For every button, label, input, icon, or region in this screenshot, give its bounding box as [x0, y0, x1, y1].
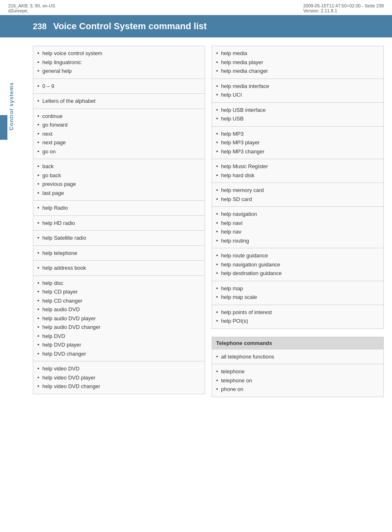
- list-item: help nav: [216, 227, 379, 236]
- list-item: help hard disk: [216, 171, 379, 180]
- cell-list: help Radio: [37, 204, 201, 213]
- list-item: telephone on: [216, 376, 379, 385]
- list-item: go forward: [37, 120, 201, 130]
- cell-list: help points of interesthelp POI(s): [216, 308, 379, 326]
- meta-left-line1: 216_AKB; 3; 90, en-US: [8, 3, 55, 8]
- cell: help HD radio: [33, 215, 205, 231]
- list-item: 0 – 9: [37, 82, 201, 91]
- cell: help dischelp CD playerhelp CD changerhe…: [33, 275, 205, 362]
- cell-list: help USB interfacehelp USB: [216, 106, 379, 123]
- list-item: help telephone: [37, 249, 201, 258]
- list-item: help audio DVD: [37, 305, 201, 314]
- list-item: help linguatronic: [37, 58, 201, 67]
- list-item: help points of interest: [216, 308, 379, 317]
- list-item: help destination guidance: [216, 269, 379, 278]
- cell: help Radio: [33, 200, 205, 216]
- list-item: last page: [37, 189, 201, 198]
- list-item: next page: [37, 138, 201, 147]
- list-item: continue: [37, 112, 201, 121]
- list-item: phone on: [216, 385, 379, 394]
- list-item: help media player: [216, 58, 379, 67]
- cell-list: help dischelp CD playerhelp CD changerhe…: [37, 279, 201, 359]
- list-item: help DVD changer: [37, 349, 201, 359]
- cell: telephonetelephone onphone on: [212, 364, 384, 397]
- list-item: help USB interface: [216, 106, 379, 115]
- cell: help points of interesthelp POI(s): [212, 305, 384, 329]
- header-meta: 216_AKB; 3; 90, en-US d2ureepe, 2009-05-…: [0, 0, 392, 15]
- cell-list: help Music Registerhelp hard disk: [216, 162, 379, 180]
- cell-list: help maphelp map scale: [216, 284, 379, 302]
- page-wrapper: 216_AKB; 3; 90, en-US d2ureepe, 2009-05-…: [0, 0, 392, 532]
- list-item: help media: [216, 49, 379, 58]
- cell-list: help media interfacehelp UCI: [216, 82, 379, 99]
- list-item: help map: [216, 284, 379, 293]
- list-item: help video DVD changer: [37, 382, 201, 391]
- list-item: help MP3: [216, 130, 379, 139]
- list-item: help voice control system: [37, 49, 201, 58]
- list-item: go on: [37, 147, 201, 156]
- cell-list: telephonetelephone onphone on: [216, 367, 379, 394]
- sidebar-label: Control systems: [8, 82, 14, 130]
- cell: help video DVDhelp video DVD playerhelp …: [33, 361, 205, 394]
- columns: help voice control systemhelp linguatron…: [33, 46, 384, 397]
- cell-list: 0 – 9: [37, 82, 201, 91]
- list-item: help disc: [37, 279, 201, 288]
- cell-list: help voice control systemhelp linguatron…: [37, 49, 201, 76]
- cell: help address book: [33, 260, 205, 276]
- cell: help memory cardhelp SD card: [212, 183, 384, 207]
- list-item: help CD changer: [37, 296, 201, 305]
- cell-list: help mediahelp media playerhelp media ch…: [216, 49, 379, 76]
- list-item: help video DVD player: [37, 373, 201, 382]
- list-item: help navi: [216, 219, 379, 228]
- list-item: help audio DVD changer: [37, 323, 201, 332]
- cell: help USB interfacehelp USB: [212, 102, 384, 127]
- cell-list: continuego forwardnextnext pagego on: [37, 112, 201, 156]
- list-item: go back: [37, 171, 201, 180]
- cell: backgo backprevious pagelast page: [33, 159, 205, 201]
- cell: help maphelp map scale: [212, 281, 384, 305]
- meta-right-line1: 2009-05-15T11:47:50+02:00 - Seite 238: [303, 3, 384, 8]
- list-item: help CD player: [37, 287, 201, 296]
- cell-list: help Satellite radio: [37, 234, 201, 243]
- cell: 0 – 9: [33, 79, 205, 94]
- meta-right-line2: Version: 2.11.8.1: [303, 8, 384, 13]
- sidebar-tab: [0, 115, 7, 140]
- list-item: help navigation: [216, 210, 379, 219]
- list-item: help POI(s): [216, 317, 379, 326]
- cell: help media interfacehelp UCI: [212, 79, 384, 103]
- section-header: Telephone commands: [212, 337, 384, 349]
- list-item: help MP3 player: [216, 138, 379, 147]
- cell: help telephone: [33, 245, 205, 261]
- list-item: help DVD: [37, 332, 201, 341]
- cell-list: help video DVDhelp video DVD playerhelp …: [37, 364, 201, 391]
- cell-list: help navigationhelp navihelp navhelp rou…: [216, 210, 379, 245]
- cell-list: help telephone: [37, 249, 201, 258]
- list-item: help media interface: [216, 82, 379, 91]
- list-item: help video DVD: [37, 364, 201, 373]
- cell: all telephone functions: [212, 349, 384, 365]
- page-title: Voice Control System command list: [53, 21, 207, 32]
- list-item: telephone: [216, 367, 379, 376]
- list-item: help Music Register: [216, 162, 379, 171]
- cell-list: help MP3help MP3 playerhelp MP3 changer: [216, 130, 379, 156]
- cell: help voice control systemhelp linguatron…: [33, 46, 205, 79]
- meta-right: 2009-05-15T11:47:50+02:00 - Seite 238 Ve…: [303, 3, 384, 13]
- content-area: help voice control systemhelp linguatron…: [0, 37, 392, 405]
- list-item: help Satellite radio: [37, 234, 201, 243]
- cell-list: all telephone functions: [216, 352, 379, 361]
- list-item: help memory card: [216, 186, 379, 195]
- cell-list: help HD radio: [37, 219, 201, 228]
- cell: Letters of the alphabet: [33, 93, 205, 109]
- cell: help navigationhelp navihelp navhelp rou…: [212, 206, 384, 248]
- list-item: help navigation guidance: [216, 260, 379, 269]
- list-item: next: [37, 130, 201, 139]
- cell-list: Letters of the alphabet: [37, 97, 201, 106]
- meta-left-line2: d2ureepe,: [8, 8, 55, 13]
- list-item: previous page: [37, 180, 201, 189]
- cell: continuego forwardnextnext pagego on: [33, 109, 205, 160]
- list-item: back: [37, 162, 201, 171]
- list-item: all telephone functions: [216, 352, 379, 361]
- cell: help Music Registerhelp hard disk: [212, 159, 384, 183]
- page-header: 238 Voice Control System command list: [0, 15, 392, 37]
- list-item: help HD radio: [37, 219, 201, 228]
